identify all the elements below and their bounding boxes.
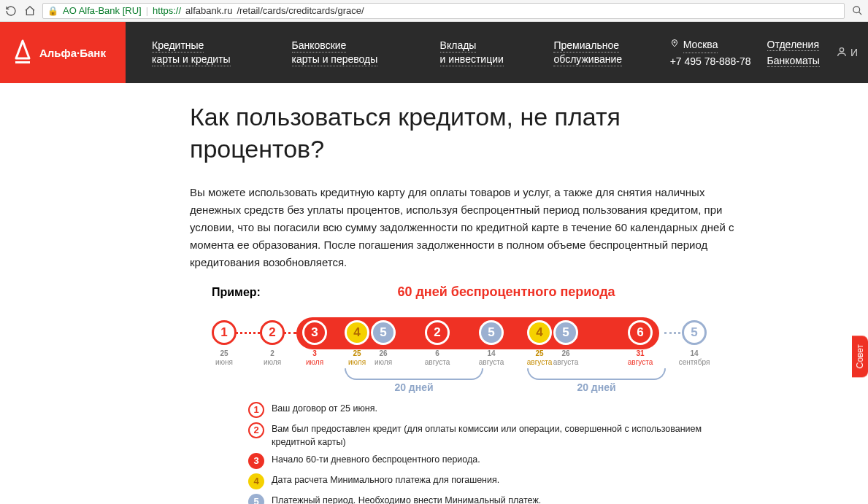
url-org: AO Alfa-Bank [RU] — [63, 5, 142, 16]
timeline-marker: 4 — [345, 320, 369, 345]
timeline-bracket: 20 дней — [527, 368, 666, 393]
timeline-date: 26июля — [365, 349, 402, 367]
timeline-date: 25июня — [206, 349, 242, 367]
legend: 1Ваш договор от 25 июня.2Вам был предост… — [248, 402, 730, 504]
url-proto: https:// — [153, 5, 181, 16]
timeline-date: 6августа — [419, 349, 456, 367]
timeline-marker: 6 — [628, 320, 653, 345]
legend-marker: 3 — [248, 453, 264, 469]
timeline-date: 14сентября — [676, 349, 713, 367]
svg-point-2 — [674, 42, 675, 43]
site-header: Альфа·Банк Кредитные карты и кредиты Бан… — [0, 22, 868, 83]
phone-number: +7 495 78-888-78 — [670, 53, 751, 69]
timeline-date: 2июля — [254, 349, 291, 367]
timeline-marker: 1 — [212, 320, 237, 345]
lock-icon: 🔒 — [47, 6, 58, 16]
timeline-marker: 5 — [479, 320, 504, 345]
legend-text: Вам был предоставлен кредит (для оплаты … — [272, 422, 730, 449]
legend-text: Ваш договор от 25 июня. — [272, 402, 730, 415]
login-button[interactable]: И — [836, 46, 858, 60]
legend-text: Дата расчета Минимального платежа для по… — [272, 473, 730, 486]
link-branches[interactable]: Отделения — [767, 39, 819, 51]
diagram-title: 60 дней беспроцентного периода — [283, 284, 730, 300]
timeline: 125июня22июля33июля425июля526июля26авгус… — [204, 304, 730, 399]
page-title: Как пользоваться кредитом, не платя проц… — [190, 101, 745, 165]
svg-rect-1 — [15, 61, 30, 63]
url-host: alfabank.ru — [185, 5, 232, 16]
browser-bar: 🔒 AO Alfa-Bank [RU] | https://alfabank.r… — [0, 0, 868, 22]
home-icon[interactable] — [23, 4, 37, 18]
legend-marker: 2 — [248, 422, 264, 438]
header-right: Москва +7 495 78-888-78 Отделения Банком… — [670, 22, 868, 83]
timeline-marker: 4 — [527, 320, 552, 345]
legend-row: 1Ваш договор от 25 июня. — [248, 402, 730, 418]
timeline-marker: 5 — [371, 320, 396, 345]
grace-period-diagram: Пример: 60 дней беспроцентного периода 1… — [190, 284, 745, 504]
example-label: Пример: — [212, 286, 261, 299]
svg-point-0 — [853, 7, 859, 13]
url-path: /retail/cards/creditcards/grace/ — [237, 5, 364, 16]
login-label: И — [850, 47, 858, 58]
legend-marker: 4 — [248, 473, 264, 489]
side-tab-advice[interactable]: Совет — [852, 336, 868, 377]
logo[interactable]: Альфа·Банк — [0, 22, 126, 83]
timeline-date: 3июля — [296, 349, 333, 367]
timeline-marker: 2 — [260, 320, 285, 345]
reload-icon[interactable] — [4, 4, 18, 18]
timeline-marker: 2 — [425, 320, 450, 345]
legend-row: 5Платежный период. Необходимо внести Мин… — [248, 494, 730, 504]
timeline-date: 26августа — [548, 349, 584, 367]
main-nav: Кредитные карты и кредиты Банковские кар… — [126, 22, 670, 83]
user-icon — [836, 46, 848, 60]
map-pin-icon — [670, 36, 679, 53]
nav-bank-cards[interactable]: Банковские карты и переводы — [292, 39, 414, 66]
search-icon[interactable] — [850, 4, 864, 18]
logo-mark-icon — [13, 39, 32, 66]
timeline-date: 31августа — [622, 349, 658, 367]
legend-marker: 1 — [248, 402, 264, 418]
intro-paragraph: Вы можете использовать кредитную карту д… — [190, 184, 745, 271]
legend-row: 3Начало 60-ти дневного беспроцентного пе… — [248, 453, 730, 469]
timeline-marker: 5 — [682, 320, 707, 345]
page-content: Как пользоваться кредитом, не платя проц… — [58, 83, 868, 504]
city-selector[interactable]: Москва — [683, 36, 718, 53]
svg-point-3 — [840, 47, 843, 51]
url-input[interactable]: 🔒 AO Alfa-Bank [RU] | https://alfabank.r… — [42, 3, 845, 19]
timeline-marker: 3 — [302, 320, 327, 345]
legend-row: 2Вам был предоставлен кредит (для оплаты… — [248, 422, 730, 449]
logo-text: Альфа·Банк — [39, 47, 106, 59]
legend-text: Платежный период. Необходимо внести Мини… — [272, 494, 730, 504]
legend-marker: 5 — [248, 494, 264, 504]
legend-row: 4Дата расчета Минимального платежа для п… — [248, 473, 730, 489]
nav-credit-cards[interactable]: Кредитные карты и кредиты — [152, 39, 266, 66]
link-atms[interactable]: Банкоматы — [767, 55, 820, 67]
nav-deposits[interactable]: Вклады и инвестиции — [440, 39, 528, 66]
timeline-date: 14августа — [473, 349, 510, 367]
timeline-bracket: 20 дней — [345, 368, 483, 393]
timeline-marker: 5 — [553, 320, 578, 345]
nav-premium[interactable]: Премиальное обслуживание — [553, 39, 669, 66]
legend-text: Начало 60-ти дневного беспроцентного пер… — [272, 453, 730, 466]
